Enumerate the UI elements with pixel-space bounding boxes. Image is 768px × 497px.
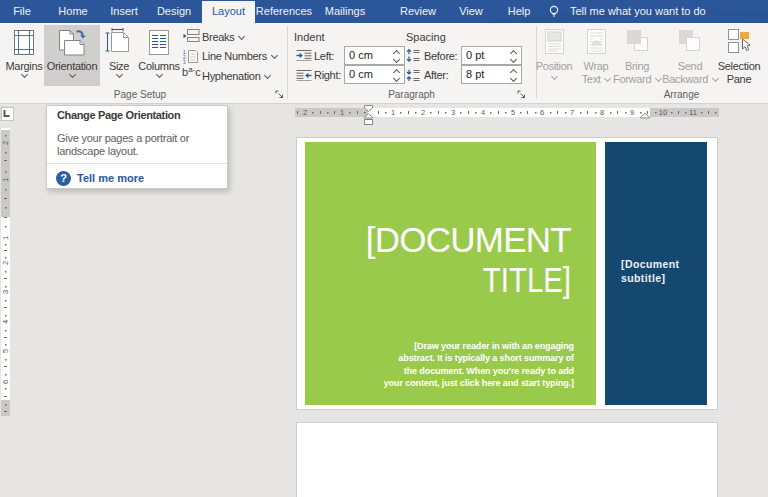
svg-text:2: 2 bbox=[1, 141, 10, 145]
svg-text:2: 2 bbox=[421, 108, 425, 117]
svg-text:9: 9 bbox=[630, 108, 634, 117]
svg-text:8: 8 bbox=[600, 108, 604, 117]
svg-text:1: 1 bbox=[391, 108, 395, 117]
svg-text:3: 3 bbox=[183, 60, 186, 64]
svg-text:6: 6 bbox=[540, 108, 544, 117]
svg-text:2: 2 bbox=[303, 108, 307, 117]
svg-text:10: 10 bbox=[659, 108, 667, 117]
svg-text:4: 4 bbox=[481, 108, 485, 117]
svg-text:4: 4 bbox=[1, 320, 10, 324]
svg-text:1: 1 bbox=[1, 236, 10, 240]
svg-text:7: 7 bbox=[570, 108, 574, 117]
svg-text:3: 3 bbox=[451, 108, 455, 117]
svg-text:11: 11 bbox=[689, 108, 697, 117]
svg-text:1: 1 bbox=[340, 108, 344, 117]
svg-text:5: 5 bbox=[511, 108, 515, 117]
svg-text:6: 6 bbox=[1, 380, 10, 384]
svg-text:5: 5 bbox=[1, 349, 10, 353]
svg-text:2: 2 bbox=[1, 261, 10, 265]
svg-text:1: 1 bbox=[1, 178, 10, 182]
svg-text:3: 3 bbox=[1, 290, 10, 294]
